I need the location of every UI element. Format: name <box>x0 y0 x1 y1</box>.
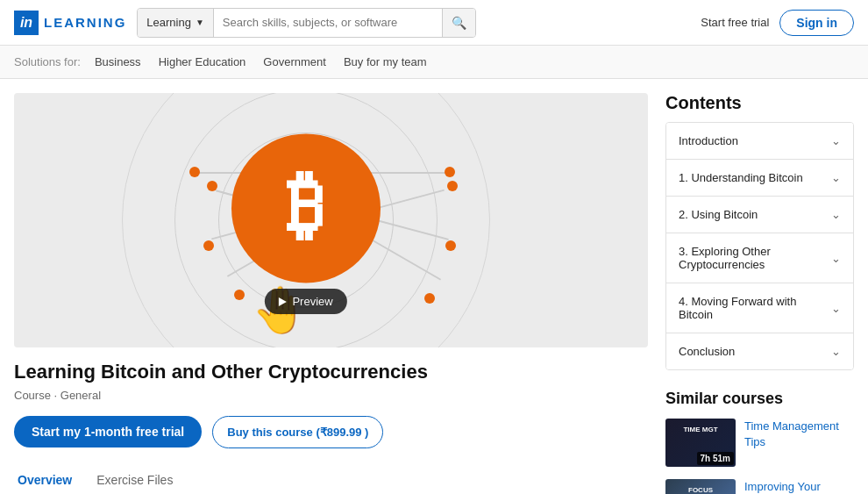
chevron-down-icon-2: ⌄ <box>831 208 841 221</box>
sub-nav: Solutions for: Business Higher Education… <box>0 46 868 79</box>
preview-button[interactable]: Preview <box>264 289 346 314</box>
solutions-label: Solutions for: <box>14 55 81 68</box>
start-trial-button[interactable]: Start my 1-month free trial <box>14 416 202 447</box>
course-type: Course <box>14 389 51 402</box>
app-name: LEARNING <box>44 15 126 30</box>
similar-course-item-1: FOCUS 56m Improving Your Focus <box>665 479 854 494</box>
dot-lu <box>207 181 217 191</box>
tab-exercise-files[interactable]: Exercise Files <box>93 464 176 494</box>
accordion-item-introduction[interactable]: Introduction ⌄ <box>666 123 853 160</box>
li-logo: in <box>14 11 39 35</box>
accordion-label-exploring: 3. Exploring Other Cryptocurrencies <box>679 245 831 271</box>
subnav-buy-for-team[interactable]: Buy for my team <box>337 55 434 68</box>
course-hero: ₿ 🤚 Preview <box>14 93 648 347</box>
chevron-down-icon-5: ⌄ <box>831 345 841 358</box>
accordion-label-conclusion: Conclusion <box>679 345 735 358</box>
course-meta: Course · General <box>14 389 648 402</box>
thumb-duration-0: 7h 51m <box>697 452 734 465</box>
similar-course-item-0: TIME MGT 7h 51m Time Management Tips <box>665 419 854 467</box>
search-wrapper: Learning ▼ 🔍 <box>137 8 476 38</box>
accordion-label-moving-forward: 4. Moving Forward with Bitcoin <box>679 295 831 321</box>
accordion-label-introduction: Introduction <box>679 134 738 147</box>
btc-circle: ₿ <box>231 133 381 283</box>
header: in LEARNING Learning ▼ 🔍 Start free tria… <box>0 0 868 46</box>
free-trial-link[interactable]: Start free trial <box>701 16 769 29</box>
header-actions: Start free trial Sign in <box>701 10 854 36</box>
accordion-item-exploring[interactable]: 3. Exploring Other Cryptocurrencies ⌄ <box>666 233 853 283</box>
accordion-item-moving-forward[interactable]: 4. Moving Forward with Bitcoin ⌄ <box>666 283 853 333</box>
subnav-higher-education[interactable]: Higher Education <box>152 55 253 68</box>
dot-ll <box>203 240 214 251</box>
subnav-business[interactable]: Business <box>88 55 148 68</box>
accordion-item-using[interactable]: 2. Using Bitcoin ⌄ <box>666 197 853 233</box>
dropdown-label: Learning <box>146 16 191 29</box>
chevron-down-icon-1: ⌄ <box>831 171 841 184</box>
course-info: Learning Bitcoin and Other Cryptocurrenc… <box>14 360 648 448</box>
chevron-down-icon-4: ⌄ <box>831 302 841 315</box>
sign-in-button[interactable]: Sign in <box>779 10 854 36</box>
dropdown-arrow-icon: ▼ <box>196 18 204 27</box>
btc-symbol: ₿ <box>287 168 324 242</box>
similar-course-link-0[interactable]: Time Management Tips <box>744 419 854 450</box>
similar-course-link-1[interactable]: Improving Your Focus <box>744 479 854 494</box>
learning-dropdown[interactable]: Learning ▼ <box>138 9 214 37</box>
thumb-text-1: FOCUS <box>665 483 736 494</box>
logo-wrapper: in LEARNING <box>14 11 126 35</box>
preview-label: Preview <box>292 295 332 308</box>
buy-course-button[interactable]: Buy this course (₹899.99 ) <box>212 416 383 448</box>
accordion-label-using: 2. Using Bitcoin <box>679 208 758 221</box>
right-column: Contents Introduction ⌄ 1. Understanding… <box>665 93 854 494</box>
accordion-label-understanding: 1. Understanding Bitcoin <box>679 171 803 184</box>
search-icon: 🔍 <box>452 16 466 30</box>
tabs: Overview Exercise Files <box>14 464 648 494</box>
tab-overview[interactable]: Overview <box>14 464 75 494</box>
chevron-down-icon-3: ⌄ <box>831 252 841 265</box>
li-logo-text: in <box>20 15 32 31</box>
accordion-item-conclusion[interactable]: Conclusion ⌄ <box>666 333 853 369</box>
accordion-item-understanding[interactable]: 1. Understanding Bitcoin ⌄ <box>666 160 853 197</box>
dot-rb <box>424 293 435 304</box>
chevron-down-icon-0: ⌄ <box>831 134 841 147</box>
dot-rl <box>445 240 456 251</box>
dot-ru <box>447 181 458 191</box>
thumb-text-0: TIME MGT <box>665 422 736 438</box>
course-thumb-0[interactable]: TIME MGT 7h 51m <box>665 419 736 467</box>
play-icon <box>278 297 286 306</box>
meta-separator: · <box>54 389 60 402</box>
course-actions: Start my 1-month free trial Buy this cou… <box>14 416 648 448</box>
contents-title: Contents <box>665 93 854 113</box>
left-column: ₿ 🤚 Preview Learning Bitcoin and Other C… <box>14 93 648 494</box>
contents-accordion: Introduction ⌄ 1. Understanding Bitcoin … <box>665 122 854 370</box>
subnav-government[interactable]: Government <box>256 55 333 68</box>
course-title: Learning Bitcoin and Other Cryptocurrenc… <box>14 360 648 385</box>
search-input[interactable] <box>214 9 442 37</box>
search-button[interactable]: 🔍 <box>442 9 475 37</box>
similar-courses-title: Similar courses <box>665 390 854 408</box>
course-thumb-1[interactable]: FOCUS 56m <box>665 479 736 494</box>
course-category: General <box>60 389 101 402</box>
